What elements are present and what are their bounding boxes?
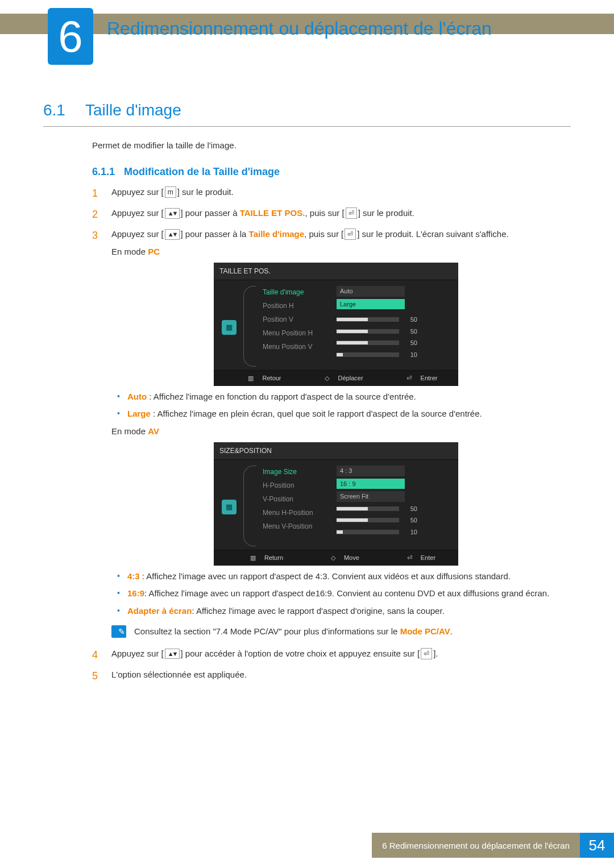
term: 16:9 — [127, 588, 144, 598]
text: ] pour accéder à l'option de votre choix… — [181, 649, 420, 658]
osd-title: SIZE&POSITION — [214, 442, 458, 460]
text: , puis sur [ — [304, 229, 343, 239]
osd-item: Menu Position V — [263, 342, 331, 352]
osd-slider-row: 10 — [337, 350, 450, 360]
enter-icon: ⏎ — [400, 554, 412, 561]
osd-bracket — [242, 466, 257, 546]
term: 4:3 — [127, 571, 140, 581]
move-icon: ◇ — [324, 554, 335, 561]
step-4: 4 Appuyez sur [▲▼] pour accéder à l'opti… — [92, 647, 571, 663]
osd-footer-move: ◇ Déplacer — [311, 373, 363, 383]
text: En mode — [111, 247, 148, 256]
menu-button-icon: m — [165, 186, 176, 198]
text: ] pour passer à la — [181, 229, 249, 239]
text: ] sur le produit. — [358, 208, 414, 218]
chapter-number-badge: 6 — [48, 8, 93, 65]
osd-footer-return: ▥ Return — [237, 553, 283, 563]
footer-chapter-label: 6 Redimensionnement ou déplacement de l'… — [372, 833, 580, 858]
slider-value: 50 — [404, 327, 417, 337]
bullet-auto: Auto : Affichez l'image en fonction du r… — [117, 391, 571, 404]
osd-item-selected: Image Size — [263, 467, 331, 477]
menu-icon: ▥ — [241, 375, 254, 381]
osd-item: Position V — [263, 314, 331, 325]
osd-item: V-Position — [263, 494, 331, 504]
text: . — [450, 626, 453, 636]
osd-menu-pc: TAILLE ET POS. ▦ Taille d'image Position… — [214, 263, 458, 386]
enter-icon: ⏎ — [400, 375, 412, 381]
osd-slider-row: 50 — [337, 516, 450, 525]
enter-icon: ⏎ — [346, 207, 357, 219]
osd-option: 4 : 3 — [337, 466, 405, 476]
term: Adapter à écran — [127, 606, 192, 616]
enter-icon: ⏎ — [421, 648, 432, 659]
section-intro: Permet de modifier la taille de l'image. — [92, 140, 571, 150]
text: : Affichez l'image avec un rapport d'asp… — [140, 571, 511, 581]
text: ] sur le produit. L'écran suivant s'affi… — [357, 229, 508, 239]
slider-value: 50 — [404, 516, 417, 525]
step-number: 2 — [92, 207, 100, 222]
chapter-title: Redimensionnement ou déplacement de l'éc… — [107, 17, 492, 40]
step-5: 5 L'option sélectionnée est appliquée. — [92, 668, 571, 684]
osd-category-icon: ▦ — [222, 500, 237, 514]
slider-value: 50 — [404, 315, 417, 325]
term: Auto — [127, 392, 147, 401]
note-text: Consultez la section "7.4 Mode PC/AV" po… — [134, 625, 453, 638]
osd-footer-enter: ⏎ Entrer — [393, 373, 437, 383]
menu-icon: ▥ — [243, 554, 256, 561]
text: : Affichez l'image en fonction du rappor… — [147, 392, 416, 401]
osd-slider-row: 10 — [337, 528, 450, 537]
bullet-169: 16:9: Affichez l'image avec un rapport d… — [117, 587, 571, 600]
step-number: 1 — [92, 186, 100, 201]
text: Appuyez sur [ — [111, 208, 164, 218]
text: Appuyez sur [ — [111, 649, 164, 658]
osd-item: Position H — [263, 301, 331, 311]
osd-menu-av: SIZE&POSITION ▦ Image Size H-Position V-… — [214, 442, 458, 566]
note-icon — [111, 625, 126, 638]
menu-path: Taille d'image — [249, 229, 305, 239]
step-2: 2 Appuyez sur [▲▼] pour passer à TAILLE … — [92, 207, 571, 222]
text: ]. — [433, 649, 438, 658]
osd-title: TAILLE ET POS. — [214, 263, 458, 280]
text: L'option sélectionnée est appliquée. — [111, 668, 571, 684]
text: Appuyez sur [ — [111, 229, 164, 239]
osd-item-selected: Taille d'image — [263, 287, 331, 297]
term: Large — [127, 409, 151, 418]
text: ] sur le produit. — [177, 187, 234, 197]
osd-item: H-Position — [263, 480, 331, 491]
osd-slider-row: 50 — [337, 504, 450, 514]
step-number: 3 — [92, 228, 100, 642]
slider-value: 10 — [404, 350, 417, 360]
section-title: Taille d'image — [85, 101, 181, 119]
text: : Affichez l'image avec un rapport d'asp… — [144, 588, 549, 598]
text: : Affichez l'image avec le rapport d'asp… — [192, 606, 444, 616]
text: : Affichez l'image en plein écran, quel … — [151, 409, 482, 418]
osd-item: Menu V-Position — [263, 521, 331, 531]
text: Appuyez sur [ — [111, 187, 164, 197]
osd-category-icon: ▦ — [222, 320, 237, 335]
text: , puis sur [ — [305, 208, 344, 218]
osd-item: Menu Position H — [263, 328, 331, 338]
bullet-fit: Adapter à écran: Affichez l'image avec l… — [117, 605, 571, 618]
osd-bracket — [242, 286, 257, 367]
updown-icon: ▲▼ — [165, 229, 180, 240]
enter-icon: ⏎ — [345, 229, 356, 240]
slider-value: 50 — [404, 338, 417, 348]
text: ] pour passer à — [181, 208, 240, 218]
subsection-number: 6.1.1 — [92, 166, 115, 178]
osd-slider-row: 50 — [337, 315, 450, 325]
osd-option: Auto — [337, 286, 405, 297]
step-number: 5 — [92, 668, 100, 684]
osd-option: Screen Fit — [337, 491, 405, 502]
updown-icon: ▲▼ — [165, 208, 180, 219]
bullet-large: Large : Affichez l'image en plein écran,… — [117, 408, 571, 421]
mode-av-label: AV — [148, 426, 159, 436]
step-1: 1 Appuyez sur [m] sur le produit. — [92, 186, 571, 201]
link-mode-pcav: Mode PC/AV — [400, 626, 450, 636]
mode-pc-label: PC — [148, 247, 160, 256]
osd-footer-enter: ⏎ Enter — [393, 553, 435, 563]
text: En mode — [111, 426, 148, 436]
section-number: 6.1 — [43, 101, 75, 119]
osd-option-highlight: 16 : 9 — [337, 479, 405, 489]
page-footer: 6 Redimensionnement ou déplacement de l'… — [0, 833, 614, 858]
osd-option-highlight: Large — [337, 299, 405, 310]
